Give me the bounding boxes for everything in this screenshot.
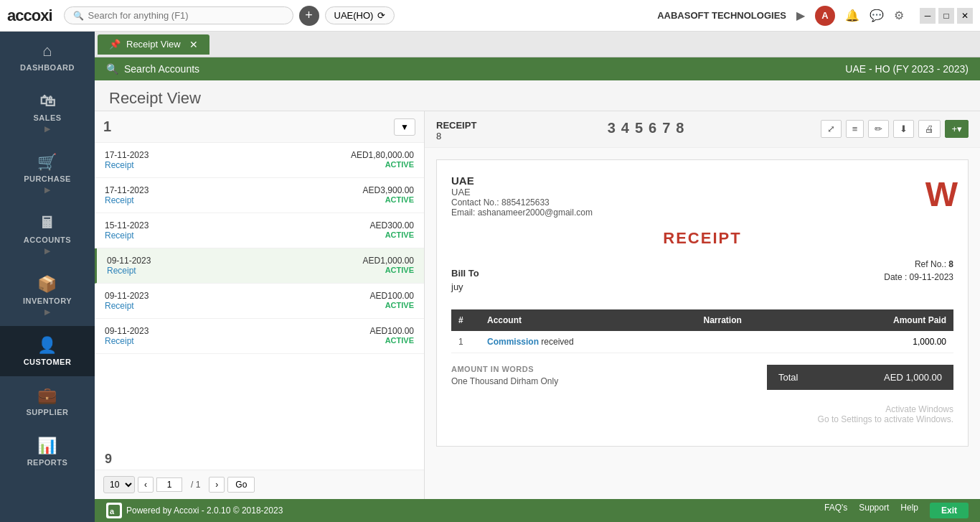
receipt-logo: W	[925, 174, 953, 214]
window-controls: ─ □ ✕	[920, 8, 973, 24]
sidebar-item-accounts[interactable]: 🖩 ACCOUNTS ▶	[0, 204, 95, 265]
company-selector[interactable]: UAE(HO) ⟳	[325, 6, 395, 24]
item-type: Receipt	[105, 160, 149, 170]
table-row: 1 Commission received 1,000.00	[451, 331, 953, 353]
item-amount: AED1,000.00	[363, 256, 414, 266]
list-header: 1 ▼	[95, 111, 424, 143]
search-icon: 🔍	[73, 11, 84, 21]
list-item-selected[interactable]: 09-11-2023 Receipt AED1,000.00 ACTIVE	[95, 248, 424, 284]
total-amount: AED 1,000.00	[884, 372, 942, 383]
topbar: accoxi 🔍 + UAE(HO) ⟳ AABASOFT TECHNOLOGI…	[0, 0, 980, 32]
sidebar-item-reports[interactable]: 📊 REPORTS	[0, 427, 95, 477]
item-type: Receipt	[105, 195, 149, 205]
list-item[interactable]: 09-11-2023 Receipt AED100.00 ACTIVE	[95, 284, 424, 319]
help-link[interactable]: Help	[900, 503, 918, 518]
num-4: 4	[621, 120, 629, 136]
footer-powered-by: Powered by Accoxi - 2.0.10 © 2018-2023	[126, 505, 283, 516]
list-item[interactable]: 17-11-2023 Receipt AED3,900.00 ACTIVE	[95, 178, 424, 213]
maximize-button[interactable]: □	[938, 8, 954, 24]
detail-scroll: UAE UAE Contact No.: 8854125633 Email: a…	[425, 148, 980, 499]
svg-text:a: a	[110, 507, 115, 516]
search-accounts-icon: 🔍	[106, 63, 118, 75]
sidebar-label-sales: SALES	[33, 113, 61, 122]
item-status: ACTIVE	[351, 160, 414, 169]
left-panel: 1 ▼ 17-11-2023 Receipt AED1,80,000.00 AC…	[95, 111, 425, 499]
item-amount: AED300.00	[370, 220, 414, 230]
receipt-num: 8	[436, 131, 476, 141]
sidebar-item-purchase[interactable]: 🛒 PURCHASE ▶	[0, 143, 95, 204]
company-period: UAE - HO (FY 2023 - 2023)	[845, 63, 969, 75]
sidebar-item-dashboard[interactable]: ⌂ DASHBOARD	[0, 32, 95, 82]
tab-bar: 📌 Receipt View ✕	[95, 32, 980, 57]
col-amount: Amount Paid	[809, 309, 953, 331]
sidebar-item-sales[interactable]: 🛍 SALES ▶	[0, 82, 95, 143]
sidebar-item-inventory[interactable]: 📦 INVENTORY ▶	[0, 265, 95, 326]
item-amount: AED100.00	[370, 291, 414, 301]
next-page-button[interactable]: ›	[209, 477, 225, 493]
purchase-arrow: ▶	[44, 186, 51, 194]
total-label: Total	[778, 372, 798, 383]
page-info: / 1	[185, 480, 206, 490]
company-contact: Contact No.: 8854125633	[451, 197, 593, 208]
sidebar-item-customer[interactable]: 👤 CUSTOMER	[0, 326, 95, 376]
item-type: Receipt	[107, 266, 151, 276]
receipt-body: UAE UAE Contact No.: 8854125633 Email: a…	[436, 159, 969, 447]
close-window-button[interactable]: ✕	[957, 8, 973, 24]
sidebar-item-supplier[interactable]: 💼 SUPPLIER	[0, 376, 95, 427]
columns-button[interactable]: ≡	[846, 120, 864, 138]
receipt-label: RECEIPT	[436, 120, 476, 131]
sidebar-label-dashboard: DASHBOARD	[20, 63, 75, 72]
item-type: Receipt	[105, 336, 149, 346]
accounts-icon: 🖩	[39, 214, 56, 233]
tab-close-icon[interactable]: ✕	[189, 39, 198, 50]
main-layout: ⌂ DASHBOARD 🛍 SALES ▶ 🛒 PURCHASE ▶ 🖩 ACC…	[0, 32, 980, 522]
sidebar-label-supplier: SUPPLIER	[26, 408, 68, 416]
bell-icon[interactable]: 🔔	[845, 9, 859, 22]
company-email: Email: ashanameer2000@gmail.com	[451, 208, 593, 218]
list-item[interactable]: 09-11-2023 Receipt AED100.00 ACTIVE	[95, 319, 424, 354]
company-name: UAE	[451, 174, 593, 187]
sales-arrow: ▶	[44, 125, 51, 133]
prev-page-button[interactable]: ‹	[138, 477, 154, 493]
minimize-button[interactable]: ─	[920, 8, 936, 24]
add-receipt-button[interactable]: +▾	[945, 120, 969, 138]
tab-receipt-view[interactable]: 📌 Receipt View ✕	[98, 34, 209, 55]
num-5: 5	[635, 120, 643, 136]
avatar[interactable]: A	[815, 6, 835, 26]
list-count-badge: 1	[103, 118, 111, 135]
filter-button[interactable]: ▼	[394, 118, 415, 136]
go-button[interactable]: Go	[227, 477, 255, 493]
search-accounts-btn[interactable]: 🔍 Search Accounts	[106, 63, 199, 75]
company-country: UAE	[451, 187, 593, 197]
page-size-select[interactable]: 10 25 50	[103, 476, 135, 493]
receipt-table: # Account Narration Amount Paid 1 Commis…	[451, 309, 953, 353]
exit-button[interactable]: Exit	[930, 503, 969, 518]
support-link[interactable]: Support	[859, 503, 889, 518]
list-item[interactable]: 17-11-2023 Receipt AED1,80,000.00 ACTIVE	[95, 143, 424, 178]
num-7: 7	[662, 120, 670, 136]
item-date: 09-11-2023	[105, 291, 149, 301]
download-button[interactable]: ⬇	[893, 120, 914, 138]
item-amount: AED1,80,000.00	[351, 150, 414, 160]
print-button[interactable]: 🖨	[918, 120, 941, 138]
faqs-link[interactable]: FAQ's	[824, 503, 847, 518]
num-3: 3	[608, 120, 616, 136]
expand-button[interactable]: ⤢	[821, 120, 842, 138]
page-number-input[interactable]	[156, 477, 182, 492]
refresh-icon[interactable]: ⟳	[377, 10, 385, 21]
inventory-arrow: ▶	[44, 308, 51, 316]
chat-icon[interactable]: 💬	[870, 9, 884, 22]
row-num: 1	[451, 331, 480, 353]
search-bar[interactable]: 🔍	[64, 6, 293, 24]
search-input[interactable]	[88, 10, 275, 21]
edit-button[interactable]: ✏	[868, 120, 889, 138]
customer-icon: 👤	[37, 336, 57, 355]
list-item[interactable]: 15-11-2023 Receipt AED300.00 ACTIVE	[95, 213, 424, 248]
amount-words-box: AMOUNT IN WORDS One Thousand Dirham Only	[451, 365, 755, 390]
settings-icon[interactable]: ⚙	[894, 9, 904, 22]
col-narration: Narration	[696, 309, 809, 331]
row-amount: 1,000.00	[809, 331, 953, 353]
ref-date-section: Ref No.: 8 Date : 09-11-2023	[884, 259, 953, 292]
search-accounts-bar: 🔍 Search Accounts UAE - HO (FY 2023 - 20…	[95, 57, 980, 80]
add-button[interactable]: +	[299, 6, 319, 26]
